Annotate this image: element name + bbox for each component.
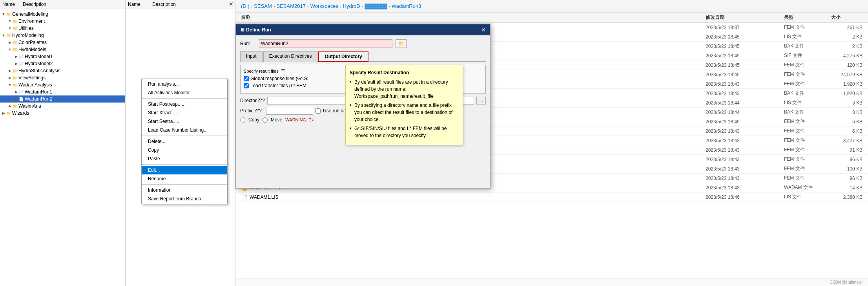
context-menu-separator (142, 164, 227, 165)
file-type: SIF 文件 (784, 52, 831, 59)
path-part-6[interactable]: WadamRun3 (392, 3, 421, 9)
run-label: Run: (240, 41, 256, 46)
dialog-titlebar: 🖥 Define Run ✕ (236, 24, 490, 35)
context-menu-item-information[interactable]: Information (142, 186, 227, 194)
tree-container[interactable]: ▼📁GeneralModeling▼📁Environment▼📁Utilitie… (0, 9, 125, 286)
global-response-checkbox[interactable] (244, 76, 249, 81)
expand-icon: ▼ (8, 19, 12, 23)
explorer-col-类型[interactable]: 类型 (784, 14, 831, 21)
path-part-4[interactable]: HydroD (343, 3, 360, 9)
file-date: 2023/5/23 18:43 (706, 166, 784, 172)
dialog-tab-input[interactable]: Input (240, 51, 263, 62)
path-part-1[interactable]: SESAM (254, 3, 272, 9)
context-menu-item-start-sestra-[interactable]: Start Sestra...... (142, 117, 227, 126)
tree-file-icon: 📄 (19, 62, 24, 66)
tree-item-colorpalettes[interactable]: ▶📁ColorPalettes (0, 39, 125, 46)
context-menu-item-load-case-number-listing-[interactable]: Load Case Number Listing... (142, 126, 227, 134)
file-size: 2,380 KB (831, 194, 863, 200)
mid-col-desc: Description (152, 2, 176, 7)
context-menu-item-edit-[interactable]: Edit... (142, 166, 227, 174)
dialog-tab-execution-directives[interactable]: Execution Directives (263, 51, 318, 62)
mid-close-button[interactable]: ✕ (229, 1, 233, 7)
tree-item-wadamrun1[interactable]: ▶📄WadamRun1 (0, 88, 125, 95)
context-menu-item-save-report-from-branch[interactable]: Save Report from Branch (142, 194, 227, 203)
tree-file-icon: 📁 (13, 26, 17, 31)
context-menu-item-all-activities-monitor[interactable]: All Activities Monitor (142, 88, 227, 97)
tree-item-wizards[interactable]: ▶📁Wizards (0, 110, 125, 117)
prefix-input[interactable] (266, 107, 313, 115)
explorer-col-大小[interactable]: 大小 (831, 14, 863, 21)
tree-item-environment[interactable]: ▼📁Environment (0, 18, 125, 25)
path-part-2[interactable]: SESAM2017 (277, 3, 306, 9)
tree-header: Name Description (0, 0, 125, 9)
context-menu-item-copy[interactable]: Copy (142, 146, 227, 154)
tree-file-icon: 📁 (13, 104, 17, 108)
expand-icon: ▼ (8, 83, 12, 87)
use-run-name-checkbox[interactable] (315, 108, 321, 114)
path-separator: › (307, 4, 309, 9)
file-name-label: WADAM1.LIS (250, 194, 279, 200)
tree-item-label: WadamRun1 (25, 89, 52, 95)
tree-file-icon: 📁 (6, 33, 11, 38)
tree-item-hydromodels[interactable]: ▼📁HydroModels (0, 46, 125, 53)
tree-item-hydromodeling[interactable]: ▼📁HydroModeling (0, 32, 125, 39)
context-menu-item-start-xtract-[interactable]: Start Xtract...... (142, 108, 227, 117)
explorer-row[interactable]: 📄WADAM1.LIS2023/5/23 18:46LIS 文件2,380 KB (235, 192, 868, 202)
file-type: FEM 文件 (784, 71, 831, 78)
context-menu-item-run-analysis-[interactable]: Run analysis... (142, 80, 227, 88)
tree-item-wasimana[interactable]: ▶📁WasimAna (0, 103, 125, 110)
tree-item-hydromodel2[interactable]: ▶📄HydroModel2 (0, 60, 125, 67)
tree-file-icon: 📁 (13, 83, 17, 87)
tree-item-label: ViewSettings (18, 75, 46, 81)
path-part-5[interactable]: ▓▓▓▓▓▓ (365, 3, 387, 9)
file-type: FEM 文件 (784, 165, 831, 172)
tree-item-hydromodel1[interactable]: ▶📄HydroModel1 (0, 53, 125, 60)
browse-button[interactable]: ... (476, 97, 486, 104)
dialog-close-button[interactable]: ✕ (481, 27, 486, 33)
tree-item-wadamrun2[interactable]: ▶📄WadamRun2 (0, 95, 125, 103)
run-icon-button[interactable]: 📁 (396, 39, 407, 48)
tree-col-desc: Description (23, 2, 46, 7)
mid-col-name: Name (128, 2, 140, 7)
context-menu-separator (142, 136, 227, 136)
file-type: BAK 文件 (784, 43, 831, 50)
path-separator: › (388, 4, 390, 9)
context-menu-item-paste[interactable]: Paste (142, 154, 227, 163)
expand-icon: ▼ (8, 48, 12, 51)
file-size: 120 KB (831, 62, 863, 68)
tree-file-icon: 📄 (19, 55, 24, 59)
file-size: 96 KB (831, 176, 863, 181)
result-files-help-icon[interactable]: ⁇ (281, 68, 285, 73)
explorer-col-修改日期[interactable]: 修改日期 (706, 14, 784, 21)
warning-text: WARNING: Exi (285, 117, 314, 122)
tooltip-item: By specifying a directory name and a fil… (350, 102, 459, 123)
tree-item-label: Environment (18, 18, 45, 24)
file-size: 1,920 KB (831, 81, 863, 87)
path-part-0[interactable]: (D:) (241, 3, 250, 9)
tree-item-label: HydroModel2 (25, 61, 53, 66)
tree-item-label: WadamRun2 (25, 96, 52, 102)
tree-item-hydrostaticanalysis[interactable]: ▶📁HydroStaticAnalysis (0, 67, 125, 74)
file-type-icon: 📄 (241, 194, 247, 200)
move-radio[interactable] (263, 117, 268, 123)
file-size: 5 KB (831, 119, 863, 125)
tree-item-generalmodeling[interactable]: ▼📁GeneralModeling (0, 11, 125, 18)
context-menu-item-delete-[interactable]: Delete... (142, 137, 227, 146)
context-menu-item-start-postresp-[interactable]: Start Postresp...... (142, 100, 227, 108)
tree-panel: Name Description ▼📁GeneralModeling▼📁Envi… (0, 0, 126, 286)
context-menu-item-rename-[interactable]: Rename... (142, 174, 227, 183)
tree-item-utilities[interactable]: ▼📁Utilities (0, 25, 125, 32)
copy-radio[interactable] (240, 117, 245, 123)
file-type: FEM 文件 (784, 62, 831, 68)
dialog-tabs: InputExecution DirectivesOutput Director… (240, 51, 486, 62)
path-part-3[interactable]: Workspaces (310, 3, 338, 9)
dialog-tab-output-directory[interactable]: Output Directory (318, 51, 368, 62)
mid-header: Name Description (126, 0, 235, 9)
dialog-title: 🖥 Define Run (240, 27, 271, 33)
run-input[interactable] (259, 39, 392, 48)
explorer-col-名称[interactable]: 名称 (241, 14, 706, 21)
expand-icon: ▶ (8, 69, 12, 73)
tree-item-wadamanalysis[interactable]: ▼📁WadamAnalysis (0, 81, 125, 88)
tree-item-viewsettings[interactable]: ▶📁ViewSettings (0, 74, 125, 81)
load-transfer-checkbox[interactable] (244, 83, 249, 88)
